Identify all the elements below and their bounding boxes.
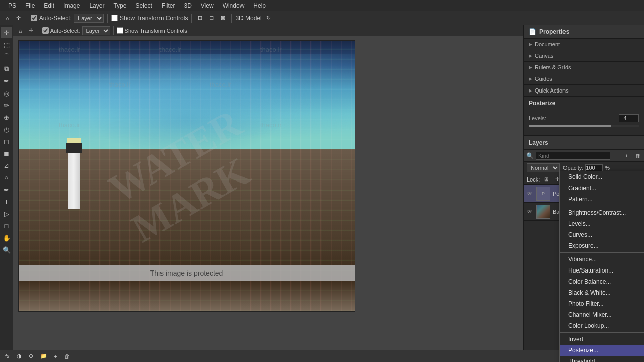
rotate-3d-btn[interactable]: ↻ xyxy=(264,14,273,22)
menu-brightness-contrast[interactable]: Brightness/Contrast... xyxy=(560,207,644,218)
gradient-tool[interactable]: ◼ xyxy=(1,148,12,159)
menu-color-lookup[interactable]: Color Lookup... xyxy=(560,320,644,331)
opacity-input[interactable] xyxy=(585,164,603,171)
menu-type[interactable]: Type xyxy=(109,1,130,10)
menu-file[interactable]: File xyxy=(21,1,39,10)
layers-delete-btn[interactable]: 🗑 xyxy=(633,152,643,160)
zoom-tool[interactable]: 🔍 xyxy=(1,244,12,255)
move-tool[interactable]: ✛ xyxy=(1,27,12,38)
menu-curves[interactable]: Curves... xyxy=(560,229,644,240)
inner-toolbar: ⌂ ✛ Auto-Select: Layer Show Transform Co… xyxy=(13,25,523,36)
menu-window[interactable]: Window xyxy=(219,1,249,10)
rulers-label: Rulers & Grids xyxy=(535,64,571,70)
inner-auto-label: Auto-Select: xyxy=(50,28,80,34)
canvas-label: Canvas xyxy=(535,53,553,59)
selection-tool[interactable]: ⬚ xyxy=(1,39,12,50)
layer-adj-btn[interactable]: ⊕ xyxy=(26,352,36,360)
inner-layer-select[interactable]: Layer xyxy=(82,26,110,35)
path-tool[interactable]: ▷ xyxy=(1,208,12,219)
layer-eye-bg[interactable]: 👁 xyxy=(527,208,534,215)
guides-section-header[interactable]: ▶ Guides xyxy=(524,73,644,84)
menu-image[interactable]: Image xyxy=(59,1,84,10)
transform-controls-checkbox[interactable] xyxy=(111,15,118,21)
menu-solid-color[interactable]: Solid Color... xyxy=(560,171,644,183)
pen-tool[interactable]: ✒ xyxy=(1,184,12,195)
menu-pattern[interactable]: Pattern... xyxy=(560,194,644,205)
auto-select-dropdown[interactable]: Layer Group xyxy=(74,14,104,23)
lighthouse-tower xyxy=(68,153,80,209)
rulers-section-header[interactable]: ▶ Rulers & Grids xyxy=(524,62,644,73)
align-right-btn[interactable]: ⊠ xyxy=(218,14,228,22)
document-section: ▶ Document xyxy=(524,39,644,50)
menu-view[interactable]: View xyxy=(197,1,218,10)
inner-transform-check[interactable] xyxy=(117,27,123,34)
blur-tool[interactable]: ⊿ xyxy=(1,160,12,171)
inner-move-btn[interactable]: ✛ xyxy=(26,26,36,35)
inner-auto-select[interactable] xyxy=(42,27,49,34)
menu-color-balance[interactable]: Color Balance... xyxy=(560,276,644,287)
document-section-header[interactable]: ▶ Document xyxy=(524,39,644,50)
inner-home-btn[interactable]: ⌂ xyxy=(16,27,25,35)
menu-ps[interactable]: PS xyxy=(4,1,20,10)
main-toolbar: ⌂ ✛ Auto-Select: Layer Group Show Transf… xyxy=(0,11,644,25)
layers-search-input[interactable] xyxy=(536,152,610,160)
menu-threshold[interactable]: Threshold... xyxy=(560,356,644,362)
menu-hue-saturation[interactable]: Hue/Saturation... xyxy=(560,265,644,276)
lock-pixel-btn[interactable]: ⊞ xyxy=(542,175,551,183)
menu-photo-filter[interactable]: Photo Filter... xyxy=(560,298,644,309)
canvas-section-header[interactable]: ▶ Canvas xyxy=(524,50,644,61)
three-d-model-label: 3D Model xyxy=(235,15,261,22)
menu-help[interactable]: Help xyxy=(249,1,270,10)
crop-tool[interactable]: ⧉ xyxy=(1,63,12,74)
blend-mode-select[interactable]: Normal Multiply Screen Overlay xyxy=(527,163,560,172)
auto-select-checkbox[interactable] xyxy=(31,15,37,21)
posterize-title: Posterize xyxy=(529,100,555,107)
menu-3d[interactable]: 3D xyxy=(180,1,195,10)
menu-black-white[interactable]: Black & White... xyxy=(560,287,644,298)
eraser-tool[interactable]: ◻ xyxy=(1,136,12,147)
clone-tool[interactable]: ⊕ xyxy=(1,112,12,123)
brush-tool[interactable]: ✏ xyxy=(1,100,12,111)
type-tool[interactable]: T xyxy=(1,196,12,207)
align-left-btn[interactable]: ⊞ xyxy=(195,14,205,22)
menu-layer[interactable]: Layer xyxy=(85,1,108,10)
layer-fx-btn[interactable]: fx xyxy=(3,352,12,360)
levels-slider[interactable] xyxy=(529,125,639,127)
layer-eye-posterize[interactable]: 👁 xyxy=(527,190,534,197)
posterize-section: Posterize Levels: xyxy=(524,97,644,136)
menu-posterize[interactable]: Posterize... xyxy=(560,345,644,356)
dropdown-divider-1 xyxy=(560,206,644,206)
hand-tool[interactable]: ✋ xyxy=(1,232,12,243)
shape-tool[interactable]: □ xyxy=(1,220,12,231)
levels-input[interactable] xyxy=(619,114,639,122)
layers-add-btn[interactable]: + xyxy=(622,152,630,160)
home-btn[interactable]: ⌂ xyxy=(3,14,12,22)
layer-mask-btn[interactable]: ◑ xyxy=(14,352,24,360)
lasso-tool[interactable]: ⌒ xyxy=(1,51,12,62)
heal-tool[interactable]: ◎ xyxy=(1,87,12,99)
dodge-tool[interactable]: ○ xyxy=(1,172,12,183)
auto-select-label: Auto-Select: xyxy=(39,15,72,22)
menu-gradient[interactable]: Gradient... xyxy=(560,183,644,194)
canvas-area[interactable]: ⌂ ✛ Auto-Select: Layer Show Transform Co… xyxy=(13,25,523,362)
menu-invert[interactable]: Invert xyxy=(560,334,644,345)
layer-del-btn[interactable]: 🗑 xyxy=(62,352,72,360)
menu-channel-mixer[interactable]: Channel Mixer... xyxy=(560,309,644,320)
opacity-row: Opacity: % xyxy=(563,164,610,171)
menu-filter[interactable]: Filter xyxy=(157,1,179,10)
layer-new-btn[interactable]: + xyxy=(52,352,60,360)
menu-edit[interactable]: Edit xyxy=(40,1,58,10)
layers-filter-btn[interactable]: ≡ xyxy=(612,152,620,160)
menu-vibrance[interactable]: Vibrance... xyxy=(560,254,644,265)
layer-group-btn[interactable]: 📁 xyxy=(38,352,50,360)
layers-search-icon: 🔍 xyxy=(526,152,534,159)
menu-levels[interactable]: Levels... xyxy=(560,218,644,229)
history-tool[interactable]: ◷ xyxy=(1,124,12,135)
menu-exposure[interactable]: Exposure... xyxy=(560,240,644,251)
eyedropper-tool[interactable]: ✒ xyxy=(1,75,12,86)
move-tool-btn[interactable]: ✛ xyxy=(14,14,23,22)
quick-actions-header[interactable]: ▶ Quick Actions xyxy=(524,85,644,96)
menu-select[interactable]: Select xyxy=(131,1,156,10)
align-center-btn[interactable]: ⊟ xyxy=(207,14,216,22)
guides-label: Guides xyxy=(535,76,552,82)
